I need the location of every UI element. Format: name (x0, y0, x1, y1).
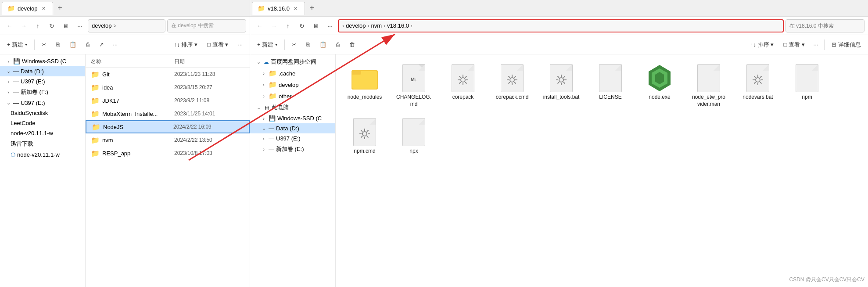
nav-item-u397-r[interactable]: › — U397 (E:) (250, 133, 335, 144)
icon-item-node-etw[interactable]: node_etw_provider.man (687, 61, 731, 110)
left-search-box[interactable]: 在 develop 中搜索 (167, 19, 246, 32)
nav-item-leetcode[interactable]: LeetCode (0, 118, 85, 128)
left-up-button[interactable]: ↑ (32, 20, 44, 32)
nav-item-data-d-r[interactable]: ⌄ — Data (D:) (250, 123, 335, 133)
icon-item-npm-cmd[interactable]: npm.cmd (343, 115, 387, 158)
icon-item-corepack[interactable]: corepack (441, 61, 485, 110)
file-row-nodejs[interactable]: 📁 NodeJS 2024/2/22 16:09 (86, 120, 250, 133)
left-cut-button[interactable]: ✂ (38, 39, 50, 50)
nav-item-newvol-f[interactable]: › — 新加卷 (F:) (0, 86, 85, 98)
icon-item-node-modules[interactable]: node_modules (343, 61, 387, 110)
nav-item-cache[interactable]: › 📁 .cache (250, 68, 335, 79)
svg-line-20 (514, 76, 516, 78)
nav-item-xunlei[interactable]: 迅雷下载 (0, 138, 85, 150)
nav-item-windows-ssd-r[interactable]: › 💾 Windows-SSD (C (250, 113, 335, 123)
nav-item-data-d[interactable]: ⌄ — Data (D:) (0, 66, 85, 76)
svg-line-38 (754, 76, 756, 78)
left-refresh-button[interactable]: ↻ (46, 20, 58, 32)
icon-item-license[interactable]: LICENSE (588, 61, 632, 110)
right-back-button[interactable]: ← (254, 20, 266, 32)
right-rename-button[interactable]: ⎙ (333, 39, 343, 50)
left-more-button[interactable]: ··· (110, 39, 120, 50)
right-breadcrumb-chevron2: › (384, 23, 385, 29)
left-forward-button[interactable]: → (18, 20, 30, 32)
icon-item-install-tools[interactable]: install_tools.bat (539, 61, 583, 110)
nav-item-windows-ssd[interactable]: › 💾 Windows-SSD (C (0, 56, 85, 66)
nav-item-baidusyncdisk[interactable]: BaiduSyncdisk (0, 108, 85, 118)
file-row-mobaxterm[interactable]: 📁 MobaXterm_Installe... 2023/11/25 14:01 (86, 107, 250, 120)
nav-item-develop[interactable]: › 📁 develop (250, 79, 335, 90)
nav-label-u397-e: U397 (E:) (21, 78, 82, 85)
left-tab-close[interactable]: ✕ (40, 5, 47, 12)
left-sort-button[interactable]: ↑↓ 排序 ▾ (171, 39, 201, 50)
right-new-button[interactable]: + 新建 ▾ (254, 39, 281, 50)
file-row-git[interactable]: 📁 Git 2023/11/23 11:28 (86, 68, 250, 81)
left-content: › 💾 Windows-SSD (C ⌄ — Data (D:) › — U39… (0, 54, 250, 287)
nav-item-thispc[interactable]: ⌄ 🖥 此电脑 (250, 102, 335, 113)
file-row-idea[interactable]: 📁 idea 2023/8/15 20:27 (86, 81, 250, 94)
icon-item-nodevars[interactable]: nodevars.bat (736, 61, 780, 110)
left-copy-button[interactable]: ⎘ (53, 39, 63, 50)
right-tab-v18[interactable]: 📁 v18.16.0 ✕ (252, 2, 305, 15)
nav-item-newvol-e-r[interactable]: › — 新加卷 (E:) (250, 144, 335, 155)
drive-icon-r3: — (269, 135, 274, 142)
icon-item-corepack-cmd[interactable]: corepack.cmd (490, 61, 534, 110)
right-paste-button[interactable]: 📋 (316, 39, 330, 50)
right-breadcrumb-nvm: nvm (371, 22, 382, 29)
file-row-jdk17[interactable]: 📁 JDK17 2023/9/2 11:08 (86, 94, 250, 107)
left-view-button[interactable]: □ 查看 ▾ (204, 39, 232, 50)
left-back-button[interactable]: ← (4, 20, 16, 32)
right-computer-button[interactable]: 🖥 (310, 20, 322, 32)
left-breadcrumb-more[interactable]: ··· (74, 20, 86, 32)
file-date-git: 2023/11/23 11:28 (174, 71, 244, 77)
file-row-nvm[interactable]: 📁 nvm 2024/2/22 13:50 (86, 133, 250, 147)
left-tab-new[interactable]: + (54, 2, 66, 14)
icon-item-npx[interactable]: npx (392, 115, 436, 158)
left-file-list: 名称 日期 📁 Git 2023/11/23 11:28 📁 idea 2023… (86, 54, 250, 287)
nav-item-u397-e[interactable]: › — U397 (E:) (0, 76, 85, 86)
left-paste-button[interactable]: 📋 (66, 39, 80, 50)
icon-label-node-exe: node.exe (649, 94, 670, 101)
nav-item-baidu[interactable]: ⌄ ☁ 百度网盘同步空间 (250, 56, 335, 68)
right-refresh-button[interactable]: ↻ (296, 20, 308, 32)
icon-item-node-exe[interactable]: node.exe (638, 61, 681, 110)
drive-icon3: — (13, 78, 19, 85)
left-address-box[interactable]: develop > (88, 19, 165, 32)
svg-line-48 (367, 136, 369, 138)
right-breadcrumb-more[interactable]: ··· (324, 20, 336, 32)
file-row-resp-app[interactable]: 📁 RESP_app 2023/10/8 17:03 (86, 147, 250, 160)
right-detail-pane-button[interactable]: ⊞ 详细信息 (828, 39, 864, 50)
icon-item-npm[interactable]: npm (785, 61, 829, 110)
left-computer-button[interactable]: 🖥 (60, 20, 72, 32)
develop-chevron-icon: › (261, 82, 267, 87)
right-view-button[interactable]: □ 查看 ▾ (780, 39, 808, 50)
right-sort-button[interactable]: ↑↓ 排序 ▾ (747, 39, 777, 50)
right-copy-button[interactable]: ⎘ (303, 39, 313, 50)
left-rename-button[interactable]: ⎙ (82, 39, 93, 50)
file-date-jdk17: 2023/9/2 11:08 (174, 97, 244, 104)
nav-item-other[interactable]: › 📁 other (250, 90, 335, 102)
folder-icon-node-modules-img (351, 64, 379, 92)
left-new-button[interactable]: + 新建 ▾ (4, 39, 31, 50)
right-tab-close[interactable]: ✕ (292, 5, 299, 12)
nav-item-node-v20-2[interactable]: ⬡ node-v20.11.1-w (0, 150, 85, 160)
nav-item-u397-e2[interactable]: ⌄ — U397 (E:) (0, 98, 85, 108)
right-more-button[interactable]: ··· (811, 39, 821, 50)
right-tab-new[interactable]: + (306, 2, 318, 14)
right-address-box[interactable]: › develop › nvm › v18.16.0 › (338, 19, 784, 32)
right-cut-button[interactable]: ✂ (288, 39, 300, 50)
drive-icon5: — (13, 100, 19, 106)
icon-item-changelog[interactable]: M↓ CHANGELOG.md (392, 61, 436, 110)
right-up-button[interactable]: ↑ (282, 20, 294, 32)
right-delete-button[interactable]: 🗑 (346, 39, 359, 50)
right-search-input[interactable] (786, 19, 864, 32)
left-share-button[interactable]: ↗ (96, 39, 108, 50)
left-more2-button[interactable]: ··· (234, 39, 246, 50)
folder-icon-nodejs: 📁 (92, 123, 100, 131)
right-forward-button[interactable]: → (268, 20, 280, 32)
newvol-e-chevron-icon: › (261, 147, 267, 152)
nav-item-node-v20-1[interactable]: node-v20.11.1-w (0, 128, 85, 138)
left-tab-develop[interactable]: 📁 develop ✕ (2, 2, 53, 15)
chevron-right-icon3: › (5, 90, 11, 95)
icon-label-npm-cmd: npm.cmd (354, 148, 375, 155)
